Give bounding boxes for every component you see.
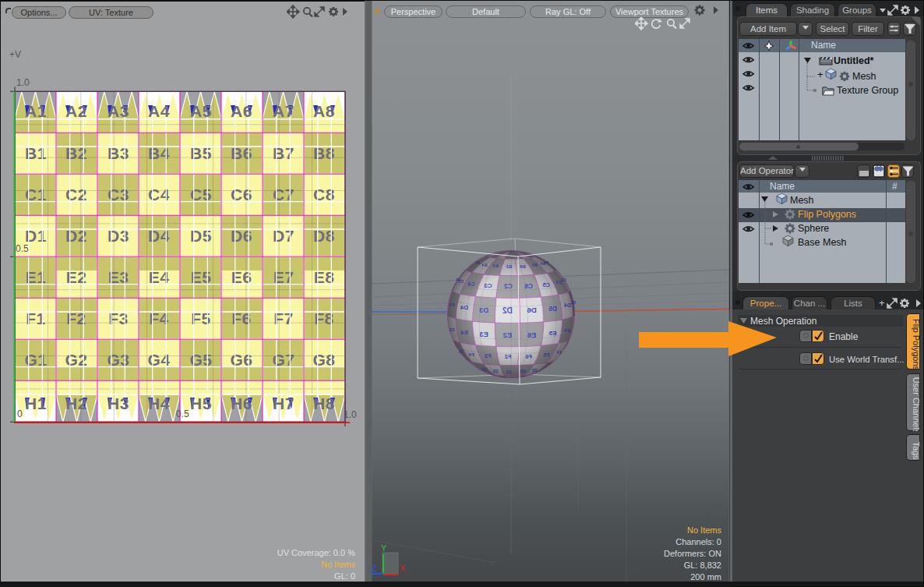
svg-text:A5: A5 bbox=[190, 102, 212, 120]
svg-text:H1: H1 bbox=[25, 394, 47, 412]
svg-text:0: 0 bbox=[17, 408, 23, 419]
svg-text:X: X bbox=[400, 564, 406, 573]
svg-text:User Channels: User Channels bbox=[912, 377, 920, 431]
svg-text:A4: A4 bbox=[148, 102, 170, 120]
svg-text:1.0: 1.0 bbox=[344, 409, 357, 420]
svg-text:G8: G8 bbox=[312, 351, 335, 369]
svg-text:1.0: 1.0 bbox=[16, 77, 30, 88]
svg-text:H4: H4 bbox=[148, 394, 170, 412]
svg-text:G2: G2 bbox=[65, 351, 87, 369]
svg-text:+V: +V bbox=[9, 49, 21, 60]
svg-text:A2: A2 bbox=[65, 102, 87, 120]
svg-text:Flip Polygons: Flip Polygons bbox=[798, 209, 856, 220]
svg-text:Z: Z bbox=[372, 564, 377, 573]
svg-text:A3: A3 bbox=[108, 102, 129, 120]
svg-text:H2: H2 bbox=[65, 394, 87, 412]
svg-text:Texture Group: Texture Group bbox=[837, 85, 898, 96]
svg-text:0.5: 0.5 bbox=[176, 408, 189, 419]
svg-text:Tags: Tags bbox=[912, 441, 920, 460]
svg-text:A6: A6 bbox=[231, 102, 252, 120]
svg-text:G6: G6 bbox=[230, 351, 252, 369]
svg-text:G3: G3 bbox=[107, 351, 129, 369]
svg-text:+: + bbox=[817, 69, 823, 80]
svg-text:Base Mesh: Base Mesh bbox=[798, 237, 847, 248]
svg-text:G7: G7 bbox=[272, 351, 294, 369]
svg-text:H3: H3 bbox=[108, 394, 129, 412]
svg-text:G5: G5 bbox=[189, 351, 212, 369]
svg-text:H8: H8 bbox=[313, 394, 335, 412]
svg-text:Mesh: Mesh bbox=[790, 195, 814, 206]
svg-text:A7: A7 bbox=[273, 102, 294, 120]
svg-text:Sphere: Sphere bbox=[798, 223, 829, 234]
svg-text:A1: A1 bbox=[25, 102, 47, 120]
svg-text:G4: G4 bbox=[147, 351, 170, 369]
svg-text:H7: H7 bbox=[273, 394, 294, 412]
svg-text:Untitled*: Untitled* bbox=[834, 55, 874, 66]
svg-text:A8: A8 bbox=[313, 102, 335, 120]
svg-text:0.5: 0.5 bbox=[16, 243, 29, 254]
svg-text:Y: Y bbox=[381, 543, 387, 553]
svg-text:G1: G1 bbox=[24, 351, 47, 369]
svg-text:H6: H6 bbox=[231, 394, 252, 412]
svg-text:H5: H5 bbox=[190, 394, 212, 412]
svg-text:Flip Polygons: Flip Polygons bbox=[912, 319, 920, 370]
svg-text:Mesh: Mesh bbox=[852, 71, 876, 82]
